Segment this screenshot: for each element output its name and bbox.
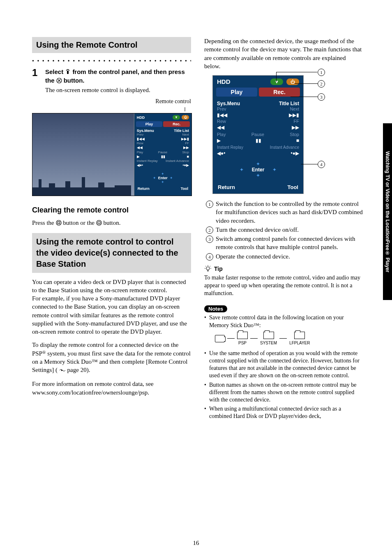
remote-play-tab[interactable]: Play: [216, 88, 257, 97]
remote-return[interactable]: Return: [218, 184, 235, 190]
step-text-a: Select: [45, 68, 65, 75]
remote-ff[interactable]: ▶▶: [292, 125, 299, 130]
svg-line-9: [210, 266, 211, 267]
clearing-text: Press the button or the button.: [32, 219, 191, 228]
remote-up[interactable]: ✦: [213, 161, 303, 167]
callout-line-4: [301, 164, 318, 164]
tip-label: Tip: [214, 265, 223, 272]
callout-text-4: Operate the connected device.: [216, 252, 290, 261]
remote-sysmenu[interactable]: Sys.Menu: [217, 101, 240, 106]
remote-hdd-label: HDD: [217, 78, 231, 85]
circled-4: 4: [206, 253, 213, 261]
folder-lfplayer-label: LFPLAYER: [289, 340, 310, 346]
screenshot-figure: HDD ▼ ⏻ Play Rec. Sys.MenuTitle List Pre…: [32, 113, 192, 196]
remote-rew-label: Rew: [217, 119, 226, 124]
remote-next[interactable]: ▶▶▮: [289, 112, 299, 118]
mini-hdd-label: HDD: [137, 115, 145, 120]
step-number: 1: [32, 68, 39, 78]
para-moreinfo: For more information on remote control d…: [32, 380, 191, 397]
subheading-clearing: Clearing the remote control: [32, 206, 191, 215]
remote-tool[interactable]: Tool: [288, 184, 298, 190]
remote-prev-label: Prev: [217, 106, 226, 111]
memory-stick-icon: [215, 335, 225, 342]
remote-stop[interactable]: ■: [296, 138, 299, 143]
remote-play-label: Play: [217, 132, 226, 137]
circled-1: 1: [206, 201, 213, 208]
remote-pause[interactable]: ▮▮: [256, 138, 261, 143]
remote-rec-tab[interactable]: Rec.: [259, 88, 300, 97]
manual-page: Watching TV or Video on the LocationFree…: [0, 0, 392, 554]
remote-prev[interactable]: ▮◀◀: [217, 112, 227, 118]
remote-panel: HDD ▼ ⏻ Play Rec. Sys.MenuTitle List Pre…: [212, 75, 304, 194]
caption-leader-line: [179, 107, 191, 111]
pageref-hand-icon: [59, 367, 66, 375]
callout-text-2: Turn the connected device on/off.: [216, 226, 299, 234]
page-number: 16: [0, 540, 392, 547]
circled-3: 3: [206, 235, 213, 243]
callout-line-3: [291, 97, 318, 97]
folder-system-icon: [263, 332, 274, 339]
svg-point-12: [206, 267, 210, 270]
skyline-silhouette: [32, 171, 131, 196]
callout-line-1v: [276, 72, 277, 82]
remote-ireplay[interactable]: ◀●•: [217, 150, 225, 156]
remote-iadvance-label: Instant Advance: [270, 145, 299, 150]
callout-text-1: Switch the function to be controlled by …: [216, 200, 363, 225]
remote-dpad: ✦ ✦ Enter ✦ ✦: [213, 159, 303, 181]
remote-right[interactable]: ✦: [272, 167, 277, 173]
remote-pause-label: Pause: [251, 132, 264, 137]
remote-play[interactable]: ▶: [217, 138, 221, 143]
circled-2: 2: [206, 226, 213, 234]
mini-power-pill: ⏻: [182, 115, 189, 120]
svg-point-6: [98, 222, 100, 224]
square-button-icon: [56, 219, 62, 228]
tip-text: To make faster response to the remote co…: [204, 274, 363, 298]
remote-down[interactable]: ✦: [213, 173, 303, 178]
remote-icon: [65, 68, 71, 76]
remote-rew[interactable]: ◀◀: [217, 125, 224, 130]
remote-ireplay-label: Instant Replay: [217, 145, 243, 150]
folder-psp-label: PSP: [238, 340, 247, 346]
callout-text-3: Switch among control panels for connecte…: [216, 235, 363, 252]
callout-3: 3: [318, 93, 325, 101]
note-3: Button names as shown on the on-screen r…: [204, 381, 363, 404]
side-tab-label: Watching TV or Video on the LocationFree…: [385, 151, 390, 272]
callout-2: 2: [318, 80, 325, 88]
callout-line-2: [295, 83, 318, 84]
notes-heading: Notes: [204, 305, 227, 312]
remote-iadvance[interactable]: •●▶: [291, 150, 299, 156]
note-1: Save remote control data in the followin…: [204, 314, 363, 345]
remote-func-switch[interactable]: ▼: [270, 78, 283, 85]
right-column: Depending on the connected device, the u…: [204, 37, 363, 422]
remote-power-button[interactable]: ⏻: [286, 78, 299, 85]
note-4: When using a multifunctional connected d…: [204, 405, 363, 420]
step-text-c: button.: [64, 77, 85, 84]
svg-point-5: [97, 220, 101, 225]
para-display: To display the remote control for a conn…: [32, 341, 191, 375]
folder-lfplayer-icon: [294, 332, 305, 339]
callout-line-1: [276, 72, 317, 72]
divider-dots: • • • • • • • • • • • • • • • • • • • • …: [32, 58, 191, 65]
remote-next-label: Next: [290, 106, 299, 111]
remote-left[interactable]: ✦: [240, 167, 244, 173]
section-heading-control-devices: Using the remote control to control the …: [32, 233, 191, 273]
side-tab: Watching TV or Video on the LocationFree…: [383, 123, 392, 300]
intro-para: Depending on the connected device, the u…: [204, 37, 363, 70]
step-1: 1 Select from the control panel, and the…: [32, 68, 191, 94]
callout-1: 1: [318, 69, 325, 76]
left-column: Using the Remote Control • • • • • • • •…: [32, 37, 191, 422]
remote-button-cluster: Sys.MenuTitle List PrevNext ▮◀◀▶▶▮ RewFF…: [213, 98, 303, 159]
mini-func-pill: ▼: [173, 115, 180, 120]
para-operate: You can operate a video deck or DVD play…: [32, 278, 191, 336]
svg-point-3: [56, 220, 61, 225]
remote-enter[interactable]: Enter: [252, 167, 265, 173]
callout-4: 4: [318, 161, 325, 168]
mini-rec-tab: Rec.: [163, 121, 190, 127]
tip-bulb-icon: [204, 265, 212, 273]
remote-titlelist[interactable]: Title List: [279, 101, 299, 106]
mini-play-tab: Play: [136, 121, 163, 127]
step-followup: The on-screen remote control is displaye…: [45, 86, 191, 94]
x-button-icon: [56, 78, 62, 85]
figure-remote-overlay: HDD ▼ ⏻ Play Rec. Sys.MenuTitle List Pre…: [134, 113, 191, 196]
folder-psp-icon: [237, 332, 248, 339]
